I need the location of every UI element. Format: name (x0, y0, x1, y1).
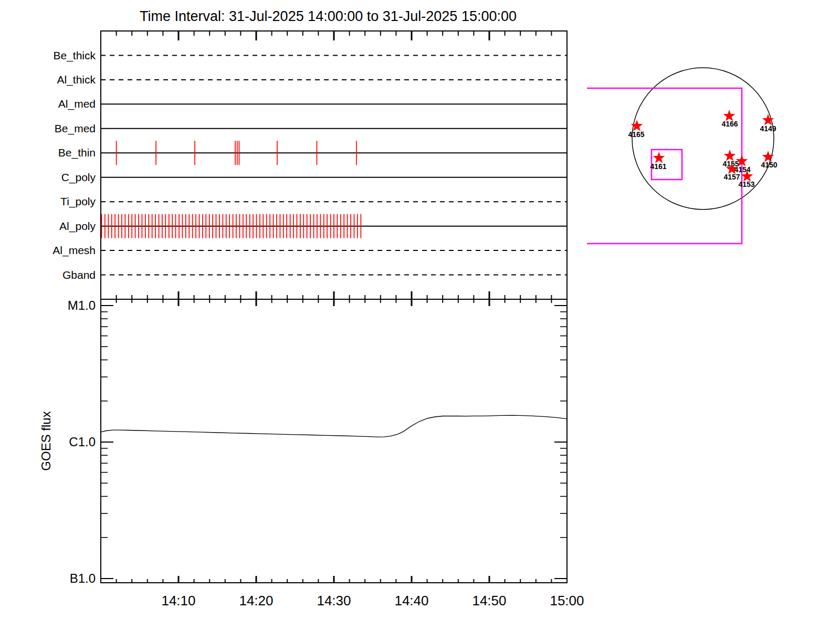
xtick-label-1410: 14:10 (147, 593, 210, 608)
filter-label-al-mesh: Al_mesh (12, 244, 96, 257)
goes-plot-frame (101, 299, 567, 583)
goes-axis-title: GOES flux (39, 411, 54, 470)
filter-label-gband: Gband (12, 269, 96, 281)
active-region-label-4161: 4161 (650, 162, 666, 171)
goes-ytick-c1: C1.0 (12, 435, 96, 449)
active-region-label-4166: 4166 (721, 120, 738, 128)
xtick-label-1500: 15:00 (536, 593, 598, 608)
filter-label-al-thick: Al_thick (12, 74, 96, 86)
goes-ytick-b1: B1.0 (12, 572, 96, 585)
xtick-label-1450: 14:50 (458, 593, 521, 608)
goes-flux-curve (101, 415, 567, 437)
active-region-star-4161 (653, 152, 665, 163)
active-region-label-4149: 4149 (760, 124, 776, 133)
active-region-label-4165: 4165 (628, 130, 644, 139)
active-region-label-4150: 4150 (761, 161, 777, 169)
figure-title: Time Interval: 31-Jul-2025 14:00:00 to 3… (140, 8, 517, 25)
figure: 416541664149416141554154415041574153 Tim… (0, 0, 840, 630)
xtick-label-1430: 14:30 (302, 593, 365, 608)
xtick-label-1440: 14:40 (380, 593, 443, 608)
filter-label-c-poly: C_poly (12, 171, 96, 184)
active-region-label-4157: 4157 (723, 173, 740, 181)
goes-ytick-m1: M1.0 (12, 299, 96, 312)
filter-label-be-med: Be_med (12, 122, 96, 135)
xtick-label-1420: 14:20 (225, 593, 288, 608)
filter-label-al-poly: Al_poly (12, 220, 96, 233)
filter-label-al-med: Al_med (12, 98, 96, 110)
filter-label-ti-poly: Ti_poly (12, 195, 96, 208)
figure-canvas: 416541664149416141554154415041574153 (0, 0, 840, 630)
filter-label-be-thick: Be_thick (12, 49, 96, 62)
timeline-plot-frame (101, 31, 567, 299)
active-region-label-4153: 4153 (738, 180, 754, 188)
filter-label-be-thin: Be_thin (12, 146, 96, 159)
